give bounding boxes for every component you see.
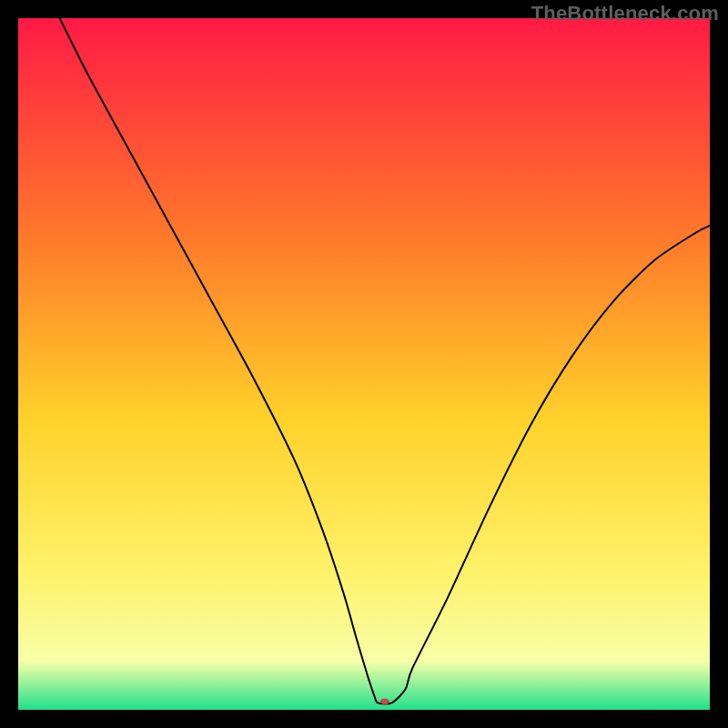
optimal-point-marker bbox=[380, 698, 389, 704]
chart-svg bbox=[18, 18, 710, 710]
watermark-text: TheBottleneck.com bbox=[531, 2, 719, 25]
chart-frame: TheBottleneck.com bbox=[0, 0, 728, 728]
gradient-background bbox=[18, 18, 710, 710]
plot-area bbox=[18, 18, 710, 710]
